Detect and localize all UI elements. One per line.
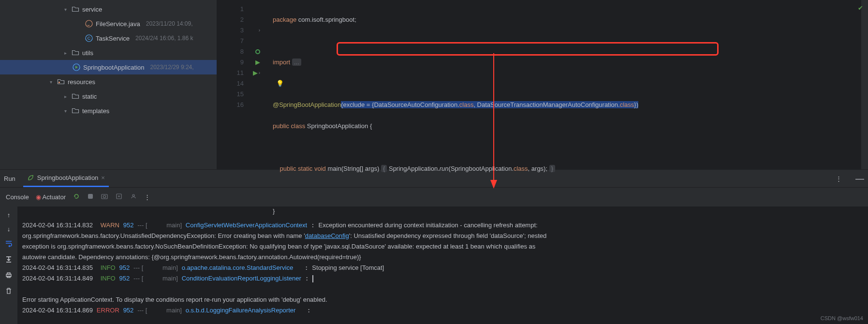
chevron-down-icon: ▾ xyxy=(47,79,54,85)
project-tree[interactable]: ▾ service FileService.java 2023/11/20 14… xyxy=(0,0,217,169)
tree-label: SpringbootApplication xyxy=(83,64,144,71)
tree-folder-templates[interactable]: ▾ templates xyxy=(0,103,217,118)
code-text: package xyxy=(273,16,296,23)
tree-file-springbootapplication[interactable]: SpringbootApplication 2023/12/29 9:24, xyxy=(0,60,217,74)
tree-label: static xyxy=(82,93,97,100)
code-text: @SpringBootApplication xyxy=(273,101,341,108)
log-line: 2024-02-04 16:31:14.849 xyxy=(22,275,93,282)
line-number: 16 xyxy=(217,100,247,110)
tree-label: service xyxy=(82,6,102,13)
soft-wrap-icon[interactable] xyxy=(5,239,13,249)
tree-folder-service[interactable]: ▾ service xyxy=(0,2,217,16)
close-tab-icon[interactable]: × xyxy=(101,174,105,181)
run-class-icon xyxy=(73,63,80,71)
console-tab[interactable]: Console xyxy=(6,193,29,201)
chevron-right-icon: ▸ xyxy=(62,94,69,99)
line-number: 9▶ xyxy=(217,57,247,68)
chevron-right-icon: ▸ xyxy=(62,50,69,56)
line-number: 8 xyxy=(217,46,247,57)
chevron-down-icon: ▾ xyxy=(62,108,69,114)
tree-meta: 2023/11/20 14:09, xyxy=(146,20,193,27)
folder-icon xyxy=(72,92,79,100)
line-number: 3› xyxy=(217,25,247,36)
tree-folder-resources[interactable]: ▾ resources xyxy=(0,74,217,89)
log-line: 2024-02-04 16:31:14.835 xyxy=(22,264,93,271)
spring-leaf-icon xyxy=(27,174,34,181)
tree-label: TaskService xyxy=(96,35,130,42)
scroll-to-end-icon[interactable] xyxy=(5,255,13,265)
actuator-tab[interactable]: ◉ Actuator xyxy=(36,193,66,201)
svg-rect-12 xyxy=(7,273,10,274)
folder-icon xyxy=(72,49,79,57)
line-number: 1 xyxy=(217,4,247,15)
down-arrow-icon[interactable]: ↓ xyxy=(7,225,11,233)
watermark: CSDN @wsfw014 xyxy=(821,315,863,321)
run-title: Run xyxy=(4,175,15,182)
tree-label: templates xyxy=(82,107,109,115)
chevron-down-icon: ▾ xyxy=(62,7,69,12)
code-text: SpringbootApplication xyxy=(307,122,368,130)
editor-scrollmap[interactable] xyxy=(861,0,868,169)
stop-icon[interactable] xyxy=(87,193,94,201)
java-class-blue-icon: C xyxy=(85,34,93,42)
up-arrow-icon[interactable]: ↑ xyxy=(7,211,11,219)
folder-icon xyxy=(72,107,79,115)
svg-rect-7 xyxy=(102,194,107,199)
folder-icon xyxy=(72,5,79,13)
rerun-icon[interactable] xyxy=(73,192,80,202)
gutter: 1 2 3› 7 8 9▶ 11▶› 14 15 16 xyxy=(217,0,250,169)
run-sidebar: ↑ ↓ xyxy=(0,206,17,324)
code-editor[interactable]: 1 2 3› 7 8 9▶ 11▶› 14 15 16 package com.… xyxy=(217,0,868,169)
resources-folder-icon xyxy=(57,78,65,86)
line-number: 14 xyxy=(217,78,247,89)
run-tab[interactable]: SpringbootApplication × xyxy=(23,170,109,187)
camera-icon[interactable] xyxy=(101,192,108,202)
tree-meta: 2024/2/4 16:06, 1.86 k xyxy=(135,35,193,42)
trash-icon[interactable] xyxy=(5,287,13,296)
svg-point-0 xyxy=(86,20,92,27)
svg-text:C: C xyxy=(88,36,91,41)
export-icon[interactable] xyxy=(115,192,123,202)
folded-import-icon[interactable]: ... xyxy=(292,59,301,66)
svg-rect-6 xyxy=(88,194,93,199)
code-area[interactable]: package com.isoft.springboot; import ...… xyxy=(250,0,861,169)
tree-file-taskservice[interactable]: C TaskService 2024/2/4 16:06, 1.86 k xyxy=(0,31,217,45)
line-number: 7 xyxy=(217,36,247,46)
more-icon[interactable]: ⋮ xyxy=(144,193,150,201)
line-number: 2 xyxy=(217,15,247,25)
svg-point-8 xyxy=(103,195,106,198)
tree-meta: 2023/12/29 9:24, xyxy=(150,64,193,71)
log-line: Error starting ApplicationContext. To di… xyxy=(22,296,327,303)
checkmark-icon: ✔ xyxy=(858,3,863,14)
heap-icon[interactable] xyxy=(130,192,137,202)
tree-label: resources xyxy=(68,78,95,86)
print-icon[interactable] xyxy=(5,271,13,280)
red-highlight-box xyxy=(337,42,719,56)
log-line: org.springframework.beans.factory.Unsati… xyxy=(22,232,305,239)
log-line: 2024-02-04 16:31:14.832 xyxy=(22,221,93,229)
code-text: com.isoft.springboot xyxy=(298,16,354,23)
tree-folder-utils[interactable]: ▸ utils xyxy=(0,45,217,60)
tree-label: utils xyxy=(82,49,93,57)
tree-folder-static[interactable]: ▸ static xyxy=(0,89,217,103)
lightbulb-icon[interactable]: 💡 xyxy=(276,80,284,87)
code-text: main xyxy=(327,165,341,172)
java-class-icon xyxy=(85,20,93,28)
svg-point-10 xyxy=(132,194,134,196)
svg-rect-4 xyxy=(59,82,60,83)
line-number: 15 xyxy=(217,89,247,100)
tree-file-fileservice[interactable]: FileService.java 2023/11/20 14:09, xyxy=(0,16,217,31)
tree-label: FileService.java xyxy=(96,20,140,28)
code-text: import xyxy=(273,59,290,66)
line-number: 11▶› xyxy=(217,68,247,78)
run-tab-label: SpringbootApplication xyxy=(37,174,98,181)
log-line: 2024-02-04 16:31:14.869 xyxy=(22,307,93,314)
